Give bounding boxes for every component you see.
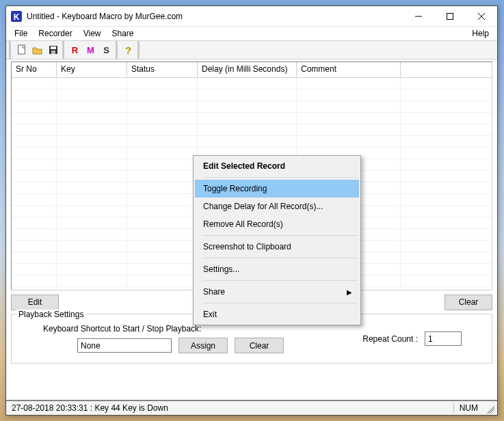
status-text: 27-08-2018 20:33:31 : Key 44 Key is Down — [9, 403, 171, 413]
ctx-toggle-recording[interactable]: Toggle Recording — [195, 180, 359, 198]
window-buttons — [403, 6, 497, 26]
menu-help[interactable]: Help — [466, 27, 494, 40]
context-menu: Edit Selected Record Toggle Recording Ch… — [193, 155, 361, 325]
table-row[interactable] — [12, 90, 492, 101]
table-row[interactable] — [12, 78, 492, 90]
maximize-button[interactable] — [434, 6, 466, 26]
status-num: NUM — [453, 403, 483, 413]
shortcut-input[interactable] — [77, 338, 172, 353]
toolbar-separator — [137, 41, 144, 59]
assign-button[interactable]: Assign — [178, 338, 228, 353]
svg-text:K: K — [14, 12, 20, 22]
chevron-right-icon: ▶ — [347, 288, 352, 296]
toolbar-group-rms: R M S — [62, 41, 116, 59]
repeat-count-input[interactable] — [425, 331, 462, 346]
toolbar-group-help: ? — [116, 41, 137, 59]
ctx-edit-selected[interactable]: Edit Selected Record — [195, 157, 359, 175]
menu-view[interactable]: View — [78, 27, 107, 40]
shortcut-label: Keyboard Shortcut to Start / Stop Playba… — [18, 324, 284, 334]
table-row[interactable] — [12, 136, 492, 148]
statusbar: 27-08-2018 20:33:31 : Key 44 Key is Down… — [6, 400, 497, 415]
ctx-settings[interactable]: Settings... — [195, 260, 359, 278]
clear-shortcut-button[interactable]: Clear — [235, 338, 284, 353]
edit-button[interactable]: Edit — [11, 295, 59, 310]
ctx-change-delay[interactable]: Change Delay for All Record(s)... — [195, 198, 359, 215]
ctx-exit[interactable]: Exit — [195, 305, 359, 323]
ctx-screenshot[interactable]: Screenshot to Clipboard — [195, 238, 359, 256]
toolbar-group-file — [9, 41, 62, 59]
ctx-separator — [203, 280, 358, 281]
col-srno[interactable]: Sr No — [12, 62, 57, 78]
help-icon[interactable]: ? — [120, 42, 136, 57]
ctx-share[interactable]: Share▶ — [195, 283, 359, 301]
titlebar: K Untitled - Keyboard Macro by MurGee.co… — [6, 6, 497, 27]
ctx-separator — [203, 303, 358, 303]
svg-rect-9 — [51, 51, 55, 54]
ctx-share-label: Share — [203, 287, 225, 297]
col-key[interactable]: Key — [57, 62, 127, 78]
app-icon: K — [10, 10, 23, 23]
ctx-separator — [203, 235, 358, 236]
grid-header: Sr No Key Status Delay (in Milli Seconds… — [12, 62, 492, 78]
toolbar: R M S ? — [6, 40, 497, 59]
table-row[interactable] — [12, 124, 492, 136]
resize-grip-icon[interactable] — [483, 403, 494, 413]
svg-rect-6 — [18, 45, 25, 54]
close-button[interactable] — [466, 6, 497, 26]
ctx-separator — [203, 177, 358, 178]
window-title: Untitled - Keyboard Macro by MurGee.com — [27, 12, 403, 21]
col-delay[interactable]: Delay (in Milli Seconds) — [198, 62, 297, 78]
toolbar-s-button[interactable]: S — [98, 42, 114, 57]
save-icon[interactable] — [45, 42, 61, 57]
table-row[interactable] — [12, 113, 492, 124]
table-row[interactable] — [12, 101, 492, 113]
toolbar-r-button[interactable]: R — [67, 42, 83, 57]
menu-recorder[interactable]: Recorder — [33, 27, 77, 40]
svg-rect-8 — [51, 46, 56, 49]
svg-rect-3 — [447, 13, 453, 19]
menu-share[interactable]: Share — [107, 27, 140, 40]
playback-legend: Playback Settings — [16, 310, 86, 319]
minimize-button[interactable] — [403, 6, 434, 26]
new-icon[interactable] — [14, 42, 29, 57]
open-icon[interactable] — [29, 42, 45, 57]
col-comment[interactable]: Comment — [297, 62, 401, 78]
toolbar-m-button[interactable]: M — [83, 42, 98, 57]
app-window: K Untitled - Keyboard Macro by MurGee.co… — [5, 5, 498, 416]
ctx-separator — [203, 258, 358, 258]
repeat-count-label: Repeat Count : — [362, 334, 418, 344]
menu-file[interactable]: File — [9, 27, 33, 40]
ctx-remove-all[interactable]: Remove All Record(s) — [195, 215, 359, 233]
menubar: File Recorder View Share Help — [6, 27, 497, 40]
clear-button[interactable]: Clear — [445, 295, 492, 310]
col-status[interactable]: Status — [127, 62, 198, 78]
col-spacer — [401, 62, 492, 78]
